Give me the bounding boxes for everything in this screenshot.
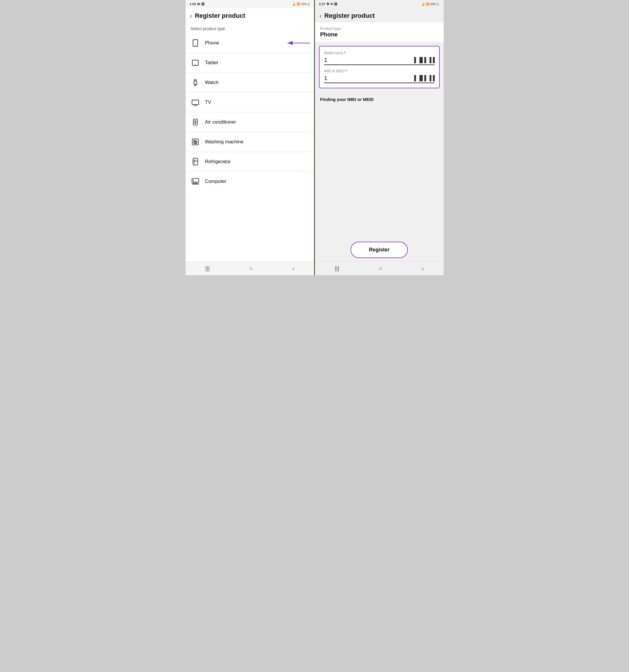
computer-icon [191,177,200,186]
imei-barcode-icon[interactable]: ▌▐▌▌▐▐ [414,75,435,81]
register-btn-container: Register [315,242,444,258]
imei-label: IMEI or MEID * [324,69,435,73]
product-item-tablet[interactable]: Tablet [186,53,314,73]
status-bar-left: 1:59 ✉ 🖼 🔒 📶 72%🔋 [186,0,314,8]
register-button[interactable]: Register [350,242,408,258]
model-name-field: Model name * ▌▐▌▌▐▐ [324,51,435,65]
imei-required: * [346,69,347,73]
nav-back-right[interactable]: ‹ [422,265,424,272]
tv-icon [191,98,200,107]
nav-recent-right[interactable]: ||| [335,265,339,272]
product-item-washer[interactable]: Washing machine [186,132,314,152]
header-left: ‹ Register product [186,8,314,22]
svg-rect-9 [192,100,199,105]
right-screen: 2:27 ✤ ✉ 🖼 🔒 📶 69%🔋 ‹ Register product P… [315,0,444,275]
product-item-fridge[interactable]: Refrigerator [186,152,314,172]
product-name-tablet: Tablet [205,60,218,66]
svg-rect-0 [193,40,197,46]
imei-field: IMEI or MEID * ▌▐▌▌▐▐ [324,69,435,83]
section-label: Select product type [186,22,314,33]
imei-row: ▌▐▌▌▐▐ [324,75,435,83]
svg-rect-7 [194,80,196,81]
header-right: ‹ Register product [315,8,444,22]
phone-icon [191,39,200,48]
model-name-input[interactable] [324,57,414,63]
tablet-icon [191,58,200,67]
watch-icon [191,78,200,87]
svg-point-6 [194,81,197,84]
svg-rect-20 [193,158,197,165]
nav-recent-left[interactable]: ||| [205,265,210,272]
product-item-ac[interactable]: Air conditioner [186,112,314,132]
status-bar-right: 2:27 ✤ ✉ 🖼 🔒 📶 69%🔋 [315,0,444,8]
svg-rect-12 [193,119,197,125]
left-screen: 1:59 ✉ 🖼 🔒 📶 72%🔋 ‹ Register product Sel… [186,0,315,275]
product-name-washer: Washing machine [205,139,244,145]
status-icons-left: 🔒 📶 72%🔋 [292,3,310,6]
product-name-phone: Phone [205,40,219,46]
svg-point-18 [194,141,196,143]
finding-imei-link[interactable]: Finding your IMEI or MEID [315,92,444,106]
product-item-tv[interactable]: TV [186,93,314,112]
back-button-right[interactable]: ‹ [320,13,322,19]
model-name-barcode-icon[interactable]: ▌▐▌▌▐▐ [414,57,435,63]
model-name-required: * [344,51,345,55]
nav-bar-left: ||| ○ ‹ [186,261,314,275]
nav-back-left[interactable]: ‹ [292,265,294,272]
nav-home-left[interactable]: ○ [249,265,253,272]
svg-point-17 [194,141,197,144]
product-list: Phone Tablet [186,33,314,261]
product-type-label: Product type [320,26,439,31]
model-name-label: Model name * [324,51,435,55]
product-name-tv: TV [205,99,211,105]
product-name-ac: Air conditioner [205,119,236,125]
product-name-watch: Watch [205,80,219,86]
product-name-computer: Computer [205,178,227,184]
nav-bar-right: ||| ○ ‹ [315,261,444,275]
fridge-icon [191,157,200,166]
form-card: Model name * ▌▐▌▌▐▐ IMEI or MEID * ▌▐▌▌▐… [319,46,440,88]
status-time-left: 1:59 ✉ 🖼 [190,2,205,6]
nav-home-right[interactable]: ○ [379,265,382,272]
washer-icon [191,137,200,146]
page-title-left: Register product [195,12,245,20]
svg-point-15 [195,123,196,124]
svg-rect-8 [194,84,196,86]
purple-arrow-annotation [285,39,311,47]
product-name-fridge: Refrigerator [205,159,231,165]
imei-input[interactable] [324,75,414,81]
ac-icon [191,118,200,127]
product-item-computer[interactable]: Computer [186,172,314,191]
product-item-phone[interactable]: Phone [186,33,314,53]
product-item-watch[interactable]: Watch [186,73,314,93]
status-time-right: 2:27 ✤ ✉ 🖼 [319,2,337,6]
status-icons-right: 🔒 📶 69%🔋 [422,3,439,6]
product-type-section: Product type Phone [315,22,444,42]
page-title-right: Register product [324,12,375,20]
model-name-row: ▌▐▌▌▐▐ [324,57,435,65]
back-button-left[interactable]: ‹ [190,13,192,19]
product-type-value: Phone [320,31,439,38]
